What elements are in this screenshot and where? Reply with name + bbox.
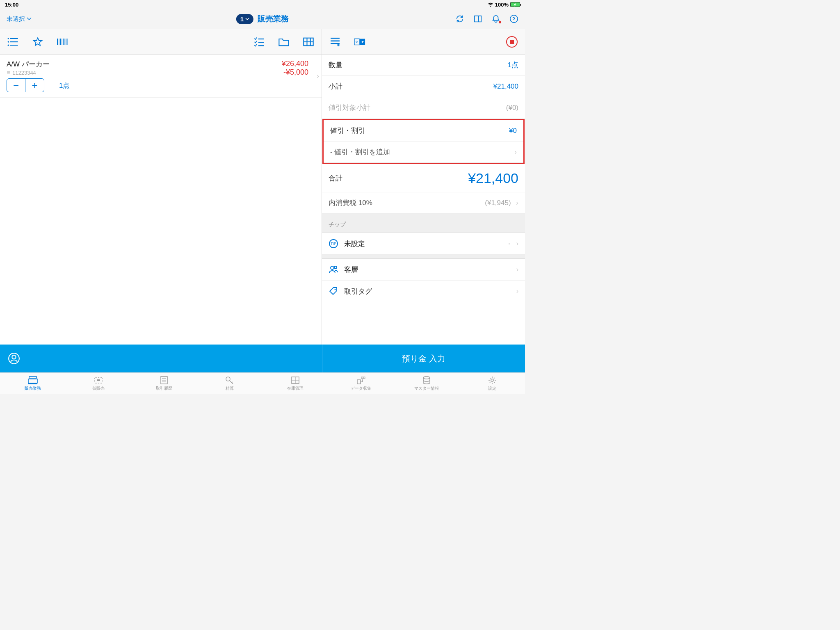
grid-icon[interactable] [303,37,314,47]
selection-dropdown[interactable]: 未選択 [7,15,32,23]
svg-point-60 [491,379,493,381]
key-icon [224,376,235,385]
svg-point-38 [331,266,334,269]
nav-title: 販売業務 [258,14,289,24]
svg-point-33 [356,41,358,43]
layout-icon[interactable] [473,14,482,23]
tip-section-header: チップ [322,214,525,233]
chevron-down-icon [245,18,249,20]
tip-icon: TIP [329,239,338,249]
svg-point-8 [8,44,9,46]
summary-total: 合計 ¥21,400 [322,164,525,192]
people-icon [329,265,338,274]
register-icon [27,376,38,385]
chevron-right-icon: › [516,266,518,273]
svg-point-39 [334,266,337,269]
status-right: 100% [488,2,520,8]
chevron-right-icon: › [514,148,517,156]
document-icon [159,376,169,385]
tag-row[interactable]: 取引タグ › [322,281,525,302]
status-bar: 15:00 100% [0,0,525,9]
summary-tax[interactable]: 内消費税 10% (¥1,945) › [322,192,525,214]
status-time: 15:00 [5,2,18,8]
qty-stepper: − + [7,78,44,92]
barcode-small-icon [7,71,11,75]
cart-item[interactable]: A/W パーカー 11223344 − + 1点 ¥26,400 -¥5,000… [0,55,322,98]
summary-qty: 数量 1点 [322,55,525,76]
item-discount: -¥5,000 [282,68,308,77]
svg-rect-58 [363,377,365,379]
item-sku: 11223344 [7,70,282,76]
main: A/W パーカー 11223344 − + 1点 ¥26,400 -¥5,000… [0,29,525,365]
notification-icon[interactable] [491,14,500,23]
nav-actions [455,14,518,23]
bottom-left [0,345,322,372]
list-icon[interactable] [7,37,19,47]
svg-rect-47 [97,379,100,381]
item-price: ¥26,400 [282,59,308,68]
stop-button[interactable] [506,36,518,48]
data-icon [356,376,366,385]
customer-row[interactable]: 客層 › [322,259,525,281]
chevron-right-icon: › [516,288,518,295]
qty-display: 1点 [59,81,70,90]
tip-row[interactable]: TIP 未設定 - › [322,233,525,255]
add-discount-row[interactable]: - 値引・割引を追加 › [324,142,523,163]
star-icon[interactable] [32,37,43,47]
svg-rect-44 [28,379,37,383]
bottom-action-bar: 預り金 入力 [0,345,525,372]
nav-header: 未選択 1 販売業務 [0,9,525,29]
svg-point-52 [226,377,230,381]
folder-icon[interactable] [278,37,290,47]
chevron-right-icon: › [514,199,518,207]
help-icon[interactable] [509,14,518,23]
item-name: A/W パーカー [7,59,282,69]
tab-data[interactable]: データ収集 [328,373,394,394]
user-icon[interactable] [8,353,20,364]
tab-bar: 販売業務 仮販売 取引履歴 精算 在庫管理 データ収集 マスター情報 設定 [0,372,525,394]
left-panel: A/W パーカー 11223344 − + 1点 ¥26,400 -¥5,000… [0,29,322,365]
svg-text:TIP: TIP [331,242,336,246]
right-panel: 数量 1点 小計 ¥21,400 値引対象小計 (¥0) 値引・割引 ¥0 - … [322,29,525,365]
refresh-icon[interactable] [455,14,464,23]
checklist-icon[interactable] [253,37,265,47]
register-dashed-icon [93,376,104,385]
wifi-icon [488,2,493,7]
svg-rect-45 [28,383,37,384]
nav-count-badge[interactable]: 1 [236,14,253,24]
left-toolbar [0,29,322,55]
list-add-icon[interactable] [329,37,341,47]
barcode-icon[interactable] [57,37,68,47]
tab-settlement[interactable]: 精算 [197,373,262,394]
qty-plus-button[interactable]: + [25,79,44,92]
battery-icon [510,2,520,7]
svg-point-2 [510,15,518,23]
svg-point-7 [8,41,9,43]
svg-point-42 [12,355,16,359]
discount-highlight: 値引・割引 ¥0 - 値引・割引を追加 › [322,119,525,164]
tab-history[interactable]: 取引履歴 [131,373,197,394]
tab-settings[interactable]: 設定 [459,373,525,394]
svg-rect-0 [475,16,482,22]
svg-point-40 [335,289,336,290]
drawers-icon [290,376,301,385]
summary-discount: 値引・割引 ¥0 [324,120,523,142]
card-toggle-icon[interactable] [354,37,365,47]
gear-icon [487,376,498,385]
tab-inventory[interactable]: 在庫管理 [262,373,328,394]
battery-pct: 100% [495,2,509,8]
tab-master[interactable]: マスター情報 [394,373,459,394]
deposit-button[interactable]: 預り金 入力 [322,345,525,372]
tab-sales[interactable]: 販売業務 [0,373,66,394]
svg-rect-56 [357,380,361,384]
summary-subtotal: 小計 ¥21,400 [322,76,525,97]
right-toolbar [322,29,525,55]
tab-temp-sales[interactable]: 仮販売 [66,373,131,394]
database-icon [421,376,432,385]
tag-icon [329,286,338,296]
qty-minus-button[interactable]: − [7,79,25,92]
chevron-right-icon: › [516,240,518,247]
svg-rect-32 [354,39,359,45]
summary-discount-target: 値引対象小計 (¥0) [322,97,525,119]
chevron-down-icon [27,17,32,21]
